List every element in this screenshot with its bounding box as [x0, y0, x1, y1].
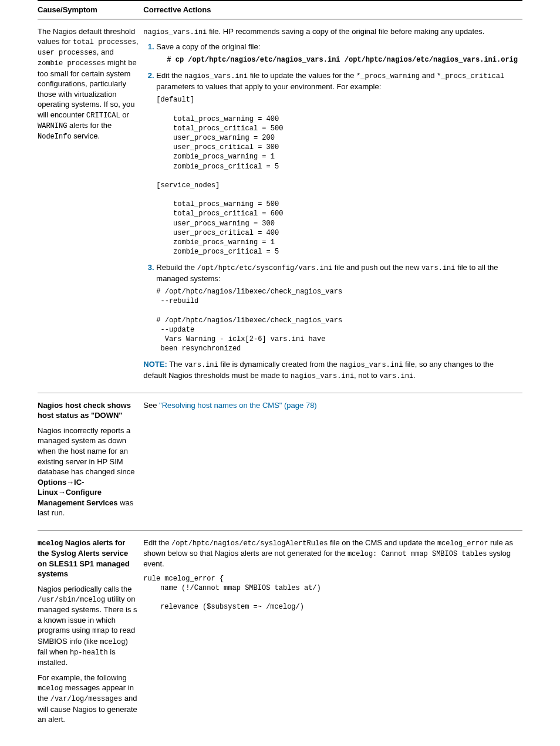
- paragraph: Nagios incorrectly reports a managed sys…: [38, 426, 139, 518]
- code-block: # cp /opt/hptc/nagios/etc/nagios_vars.in…: [167, 55, 518, 65]
- cell-cause: Nagios host check shows host status as "…: [38, 393, 143, 530]
- row-heading: mcelog Nagios alerts for the Syslog Aler…: [38, 538, 139, 579]
- list-item: Edit the nagios_vars.ini file to update …: [156, 70, 518, 256]
- paragraph: Edit the /opt/hptc/nagios/etc/syslogAler…: [143, 538, 518, 569]
- steps-list: Save a copy of the original file: # cp /…: [143, 42, 518, 354]
- note-label: NOTE:: [143, 360, 167, 369]
- paragraph: For example, the following mcelog messag…: [38, 673, 139, 725]
- list-item: Rebuild the /opt/hptc/etc/sysconfig/vars…: [156, 262, 518, 353]
- code-block: # /opt/hptc/nagios/libexec/check_nagios_…: [156, 287, 518, 353]
- code-block: rule mcelog_error { name (!/Cannot mmap …: [143, 574, 518, 612]
- note: NOTE: The vars.ini file is dynamically c…: [143, 359, 518, 380]
- table-row: mcelog Nagios alerts for the Syslog Aler…: [38, 530, 522, 736]
- cell-cause: The Nagios default threshold values for …: [38, 19, 143, 393]
- paragraph: Nagios periodically calls the /usr/sbin/…: [38, 584, 139, 668]
- row-heading: Nagios host check shows host status as "…: [38, 400, 139, 421]
- paragraph: The Nagios default threshold values for …: [38, 26, 139, 142]
- table-row: Nagios host check shows host status as "…: [38, 393, 522, 530]
- cell-cause: mcelog Nagios alerts for the Syslog Aler…: [38, 530, 143, 736]
- paragraph: See "Resolving host names on the CMS" (p…: [143, 400, 518, 411]
- cross-reference-link[interactable]: "Resolving host names on the CMS" (page …: [159, 401, 317, 410]
- list-item: Save a copy of the original file: # cp /…: [156, 42, 518, 65]
- cell-action: nagios_vars.ini file. HP recommends savi…: [143, 19, 522, 393]
- header-action: Corrective Actions: [143, 1, 522, 19]
- header-cause: Cause/Symptom: [38, 1, 143, 19]
- cell-action: Edit the /opt/hptc/nagios/etc/syslogAler…: [143, 530, 522, 736]
- troubleshooting-table: Cause/Symptom Corrective Actions The Nag…: [38, 0, 522, 737]
- cell-action: See "Resolving host names on the CMS" (p…: [143, 393, 522, 530]
- code-block: [default] total_procs_warning = 400 tota…: [156, 95, 518, 256]
- table-row: The Nagios default threshold values for …: [38, 19, 522, 393]
- paragraph: nagios_vars.ini file. HP recommends savi…: [143, 26, 518, 37]
